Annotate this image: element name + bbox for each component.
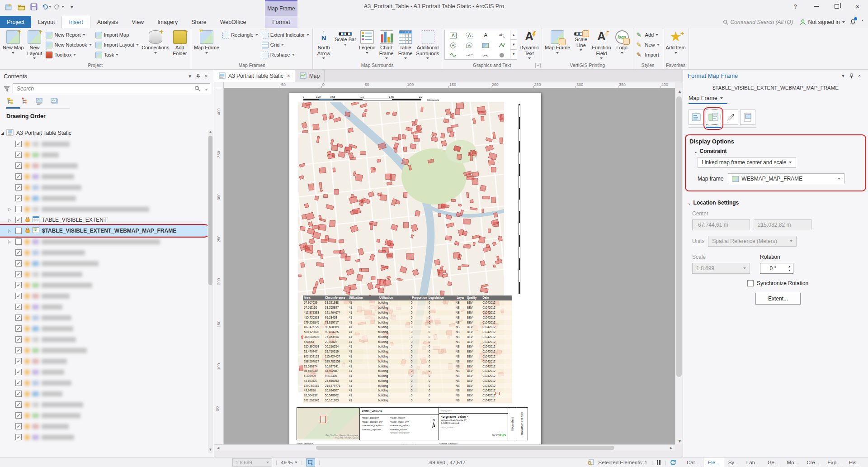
collapse-icon[interactable]: ◢ [1, 131, 5, 135]
display-options-tab[interactable] [706, 110, 721, 125]
tree-item-redacted[interactable]: ✓ [0, 258, 208, 269]
import-map-button[interactable]: Import Map [94, 30, 141, 40]
text-circle-icon[interactable]: A [445, 40, 461, 50]
panel-tab-cat[interactable]: Cat... [683, 457, 703, 467]
visibility-checkbox[interactable]: ✓ [15, 391, 22, 397]
visibility-checkbox[interactable]: ✓ [15, 325, 22, 332]
extent-indicator-button[interactable]: Extent Indicator [260, 30, 311, 40]
contents-scrollbar[interactable]: ▲ ▼ [208, 129, 213, 453]
map-frame-selector[interactable]: Map Frame [689, 95, 727, 104]
expand-icon[interactable]: ▷ [8, 218, 13, 222]
additional-surrounds-button[interactable]: AdditionalSurrounds [415, 29, 441, 62]
new-notebook-button[interactable]: New Notebook [44, 40, 93, 50]
table-frame-button[interactable]: TableFrame [396, 29, 415, 62]
pin-icon[interactable] [194, 72, 202, 80]
tree-item-redacted[interactable]: ✓ [0, 377, 208, 388]
dynamic-text-button[interactable]: ADynamicText [518, 29, 540, 62]
map-frame-button[interactable]: Map Frame [193, 29, 221, 62]
statusbar-zoom-combo[interactable]: 49 % [281, 460, 297, 465]
layout-canvas[interactable]: 00.280.551.11.652.2 Kilometers AreaCircu… [224, 88, 675, 444]
panel-tab-his[interactable]: His... [845, 457, 865, 467]
document-tab-map[interactable]: Map [295, 70, 325, 82]
vertical-scrollbar[interactable]: ▲▼ [675, 88, 683, 444]
contents-search-input[interactable] [13, 83, 210, 94]
visibility-checkbox[interactable]: ✓ [15, 217, 22, 223]
visibility-checkbox[interactable]: ✓ [15, 173, 22, 180]
synchronize-rotation-checkbox[interactable] [747, 280, 754, 286]
pin-icon[interactable] [847, 71, 855, 80]
panel-menu-icon[interactable]: ▾ [186, 72, 194, 80]
tree-item-redacted[interactable]: ✓ [0, 280, 208, 291]
visibility-checkbox[interactable] [15, 206, 22, 212]
tree-item-table-visible-extent-webmap-map-frame[interactable]: ▷$TABLE_VISIBLE_EXTENT_WEBMAP_MAP_FRAME [0, 225, 208, 236]
tree-item-redacted[interactable]: ✓ [0, 160, 208, 171]
map-frame-dropdown[interactable]: WEBMAP_MAP_FRAME [728, 173, 844, 184]
new-layout-button[interactable]: NewLayout [25, 29, 44, 62]
add-folder-button[interactable]: AddFolder [170, 29, 189, 62]
tree-item-redacted[interactable]: ✓ [0, 367, 208, 377]
extent-button[interactable]: Extent... [755, 293, 801, 305]
visibility-checkbox[interactable]: ✓ [15, 162, 22, 169]
rotation-up-icon[interactable]: ▲ [788, 264, 791, 268]
ribbon-tab-imagery[interactable]: Imagery [151, 16, 184, 28]
tree-item-redacted[interactable]: ▷ [0, 204, 208, 214]
connections-button[interactable]: Connections [141, 29, 170, 62]
visibility-checkbox[interactable]: ✓ [15, 293, 22, 299]
list-by-snapping-tab[interactable] [50, 97, 60, 106]
display-tab[interactable] [723, 110, 738, 125]
scale-bar-button[interactable]: Scale Bar [333, 29, 358, 62]
layout-snapping-toggle[interactable] [306, 458, 315, 467]
logo-button[interactable]: logoLogo [613, 29, 632, 62]
tree-item-redacted[interactable]: ✓ [0, 269, 208, 280]
pause-drawing-button[interactable] [657, 460, 660, 465]
visibility-checkbox[interactable]: ✓ [15, 434, 22, 440]
filter-icon[interactable] [4, 86, 10, 92]
list-by-editing-tab[interactable] [35, 97, 45, 106]
tree-item-redacted[interactable]: ✓ [0, 388, 208, 399]
notifications-bell-icon[interactable] [849, 18, 856, 26]
tree-item-redacted[interactable]: ✓ [0, 334, 208, 345]
wave-icon[interactable] [445, 50, 461, 60]
ribbon-tab-share[interactable]: Share [184, 16, 213, 28]
tree-root-item[interactable]: ◢A3 Portrait Table Static [0, 128, 208, 138]
visibility-checkbox[interactable]: ✓ [15, 260, 22, 267]
close-tab-icon[interactable]: × [287, 73, 290, 79]
tree-item-table-visible-extent[interactable]: ▷✓TABLE_VISIBLE_EXTENT [0, 214, 208, 225]
visibility-checkbox[interactable]: ✓ [15, 141, 22, 147]
tree-item-redacted[interactable]: ▷ [0, 236, 208, 247]
text-callout-icon[interactable]: A [461, 40, 477, 50]
dialog-launcher-icon[interactable]: ⌐ [535, 63, 541, 68]
list-by-source-tab[interactable] [21, 97, 31, 106]
panel-tab-cre[interactable]: Cre... [802, 457, 823, 467]
visibility-checkbox[interactable]: ✓ [15, 152, 22, 158]
panel-tab-mo[interactable]: Mo... [783, 457, 803, 467]
visibility-checkbox[interactable]: ✓ [15, 358, 22, 364]
ribbon-tab-insert[interactable]: Insert [61, 16, 90, 28]
close-icon[interactable]: × [855, 71, 863, 80]
rotation-down-icon[interactable]: ▼ [788, 268, 791, 272]
minimize-button[interactable] [806, 0, 826, 13]
placement-tab[interactable] [740, 110, 755, 125]
text-rect-icon[interactable]: A [445, 30, 461, 40]
visibility-checkbox[interactable]: ✓ [15, 369, 22, 375]
visibility-checkbox[interactable]: ✓ [15, 184, 22, 191]
polyline-icon[interactable] [494, 40, 510, 50]
search-options-caret[interactable]: ▾ [205, 88, 207, 92]
tree-item-redacted[interactable]: ✓ [0, 312, 208, 323]
import-button[interactable]: ✎Import [635, 50, 661, 60]
ribbon-tab-format[interactable]: Format [265, 16, 297, 28]
visibility-checkbox[interactable]: ✓ [15, 423, 22, 429]
task-button[interactable]: Task [94, 50, 141, 60]
tree-item-redacted[interactable]: ✓ [0, 182, 208, 193]
collapse-ribbon-button[interactable]: ⌃ [861, 19, 864, 24]
text-curved-icon[interactable]: abc [494, 30, 510, 40]
tree-item-redacted[interactable]: ✓ [0, 410, 208, 421]
ribbon-tab-layout[interactable]: Layout [31, 16, 62, 28]
tree-item-redacted[interactable]: ✓ [0, 345, 208, 356]
north-arrow-button[interactable]: ↑NNorthArrow [314, 29, 333, 62]
new-button[interactable]: ✎New [635, 40, 661, 50]
visibility-checkbox[interactable]: ✓ [15, 315, 22, 321]
tree-item-redacted[interactable]: ✓ [0, 291, 208, 301]
visibility-checkbox[interactable]: ✓ [15, 347, 22, 353]
tree-item-redacted[interactable]: ✓ [0, 399, 208, 410]
